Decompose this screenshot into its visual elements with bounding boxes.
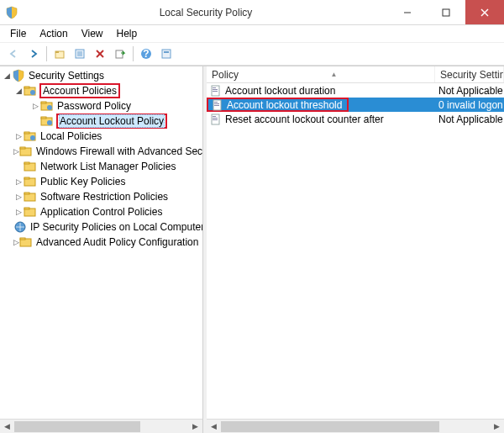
svg-point-19 <box>30 90 35 95</box>
svg-rect-53 <box>213 119 218 120</box>
tree-app-control[interactable]: ▷ Application Control Policies <box>0 204 202 219</box>
tree-label: Advanced Audit Policy Configuration <box>35 236 199 248</box>
svg-rect-24 <box>41 117 46 119</box>
svg-rect-41 <box>20 238 25 240</box>
tree-horizontal-scrollbar[interactable]: ◀ ▶ <box>0 419 202 433</box>
expand-icon[interactable]: ▷ <box>13 208 24 216</box>
tree-label: Password Policy <box>56 100 132 112</box>
tree-ip-security[interactable]: IP Security Policies on Local Computer <box>0 219 202 235</box>
svg-rect-48 <box>214 103 219 104</box>
expand-icon[interactable]: ▷ <box>30 102 40 110</box>
svg-rect-45 <box>213 91 218 92</box>
scroll-thumb[interactable] <box>14 421 140 432</box>
svg-rect-5 <box>55 51 59 53</box>
close-button[interactable] <box>465 0 504 24</box>
folder-icon <box>24 205 37 219</box>
svg-rect-21 <box>41 102 46 103</box>
collapse-icon[interactable]: ◢ <box>13 87 24 95</box>
highlight-box: Account Policies <box>39 83 120 98</box>
svg-rect-27 <box>24 132 29 134</box>
svg-rect-16 <box>164 51 169 53</box>
sort-ascending-icon: ▲ <box>331 71 338 78</box>
collapse-icon[interactable]: ◢ <box>2 71 12 80</box>
list-row[interactable]: Account lockout duration Not Applicable <box>207 83 504 98</box>
help-button[interactable]: ? <box>137 45 155 63</box>
tree-label: Local Policies <box>39 130 102 142</box>
tree-network-list[interactable]: Network List Manager Policies <box>0 159 202 174</box>
tree-password-policy[interactable]: ▷ Password Policy <box>0 98 202 114</box>
maximize-button[interactable] <box>427 0 465 24</box>
policy-item-icon <box>209 84 223 98</box>
tree-public-key[interactable]: ▷ Public Key Policies <box>0 174 202 189</box>
expand-icon[interactable]: ▷ <box>13 193 24 201</box>
refresh-button[interactable] <box>157 45 176 63</box>
tree-label: Software Restriction Policies <box>39 191 169 203</box>
tree-view[interactable]: ◢ Security Settings ◢ Account Policies ▷… <box>0 66 202 419</box>
tree-account-policies[interactable]: ◢ Account Policies <box>0 83 202 98</box>
svg-rect-52 <box>213 118 218 119</box>
toolbar-separator <box>46 46 47 61</box>
svg-rect-38 <box>24 208 29 209</box>
toolbar-separator <box>133 46 134 61</box>
tree-root[interactable]: ◢ Security Settings <box>0 68 202 83</box>
scroll-track[interactable] <box>221 420 490 434</box>
column-security-setting[interactable]: Security Setting <box>435 66 504 82</box>
forward-button[interactable] <box>24 45 43 63</box>
scroll-left-button[interactable]: ◀ <box>207 420 221 434</box>
svg-text:?: ? <box>143 48 149 60</box>
expand-icon[interactable]: ▷ <box>13 177 24 186</box>
menu-help[interactable]: Help <box>110 26 144 41</box>
scroll-left-button[interactable]: ◀ <box>0 420 14 434</box>
tree-windows-firewall[interactable]: ▷ Windows Firewall with Advanced Securit… <box>0 144 202 159</box>
delete-button[interactable] <box>91 45 109 63</box>
window-title: Local Security Policy <box>24 7 388 18</box>
policy-folder-icon <box>40 114 54 128</box>
policy-folder-icon <box>24 84 37 98</box>
column-policy[interactable]: Policy ▲ <box>207 66 435 82</box>
svg-rect-32 <box>24 162 29 164</box>
expand-icon[interactable]: ▷ <box>13 238 19 246</box>
scroll-thumb[interactable] <box>221 421 439 432</box>
svg-rect-1 <box>443 9 449 16</box>
folder-icon <box>19 235 33 249</box>
svg-rect-51 <box>213 116 216 117</box>
tree-label: IP Security Policies on Local Computer <box>29 221 202 233</box>
folder-icon <box>24 190 37 203</box>
scroll-track[interactable] <box>14 420 188 434</box>
column-label: Policy <box>212 69 239 81</box>
back-button[interactable] <box>4 45 23 63</box>
properties-button[interactable] <box>71 45 89 63</box>
expand-icon[interactable]: ▷ <box>13 147 19 156</box>
list-row[interactable]: Reset account lockout counter after Not … <box>207 112 504 126</box>
policy-value: Not Applicable <box>435 114 504 125</box>
list-horizontal-scrollbar[interactable]: ◀ ▶ <box>207 419 504 433</box>
menu-action[interactable]: Action <box>33 26 74 41</box>
list-body: Account lockout duration Not Applicable … <box>207 83 504 419</box>
column-label: Security Setting <box>440 69 504 81</box>
app-icon <box>5 6 18 19</box>
folder-icon <box>24 160 37 173</box>
minimize-button[interactable] <box>388 0 427 24</box>
menu-file[interactable]: File <box>3 26 33 41</box>
up-button[interactable] <box>50 45 69 63</box>
tree-software-restriction[interactable]: ▷ Software Restriction Policies <box>0 189 202 204</box>
export-button[interactable] <box>111 45 129 63</box>
policy-name: Account lockout duration <box>225 85 435 97</box>
tree-local-policies[interactable]: ▷ Local Policies <box>0 129 202 144</box>
tree-account-lockout-policy[interactable]: Account Lockout Policy <box>0 114 202 129</box>
main-content: ◢ Security Settings ◢ Account Policies ▷… <box>0 66 504 433</box>
list-header: Policy ▲ Security Setting <box>207 66 504 83</box>
list-row[interactable]: Account lockout threshold 0 invalid logo… <box>207 98 504 112</box>
scroll-right-button[interactable]: ▶ <box>188 420 202 434</box>
tree-advanced-audit[interactable]: ▷ Advanced Audit Policy Configuration <box>0 235 202 250</box>
tree-label: Security Settings <box>28 70 105 82</box>
ipsec-icon <box>13 220 27 234</box>
title-bar: Local Security Policy <box>0 0 504 25</box>
scroll-right-button[interactable]: ▶ <box>490 420 504 434</box>
policy-item-icon <box>211 98 224 112</box>
tree-label: Public Key Policies <box>39 176 126 187</box>
tree-label: Account Lockout Policy <box>59 114 165 128</box>
expand-icon[interactable]: ▷ <box>13 132 24 140</box>
shield-icon <box>12 69 25 82</box>
menu-view[interactable]: View <box>75 26 110 41</box>
